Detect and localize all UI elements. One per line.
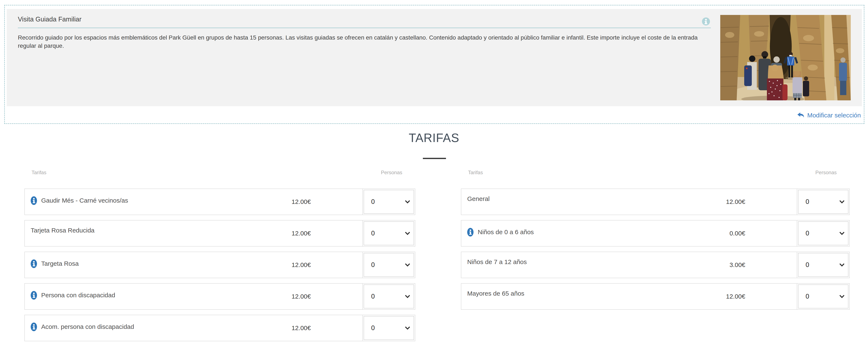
tariff-label-group: Acom. persona con discapacidad (31, 323, 134, 331)
tariff-price: 12.00€ (291, 230, 311, 237)
tariff-row: Tarjeta Rosa Reducida 12.00€ 0 (24, 220, 415, 246)
tariff-label: Niños de 7 a 12 años (467, 258, 527, 265)
persons-select[interactable]: 0 (364, 190, 414, 214)
product-title: Visita Guiada Familiar (18, 16, 82, 23)
persons-select-value: 0 (806, 198, 809, 206)
product-description: Recorrido guiado por los espacios más em… (18, 33, 711, 50)
persons-cell: 0 (362, 252, 415, 278)
persons-select-value: 0 (806, 261, 809, 269)
tariff-row: Mayores de 65 años 12.00€ 0 (461, 283, 850, 310)
persons-cell: 0 (362, 221, 415, 246)
persons-select[interactable]: 0 (798, 221, 848, 245)
modify-selection-label: Modificar selección (807, 112, 861, 119)
tariff-cell: Mayores de 65 años 12.00€ (461, 284, 797, 309)
column-header-tarifas: Tarifas (32, 170, 46, 175)
chevron-down-icon (839, 263, 845, 267)
tariff-label: Tarjeta Rosa Reducida (31, 227, 95, 234)
tariff-cell: Acom. persona con discapacidad 12.00€ (25, 315, 362, 341)
chevron-down-icon (839, 231, 845, 235)
info-icon[interactable] (31, 323, 37, 331)
column-header-tarifas: Tarifas (468, 170, 483, 175)
modify-selection-link[interactable]: Modificar selección (797, 112, 861, 119)
tariff-price: 0.00€ (730, 230, 745, 237)
tariff-price: 12.00€ (291, 324, 311, 331)
info-icon[interactable] (702, 17, 710, 26)
column-header-personas: Personas (381, 170, 402, 175)
tariff-label-group: Persona con discapacidad (31, 291, 115, 299)
title-divider (18, 28, 711, 28)
tariff-label-group: Gaudir Més - Carné vecinos/as (31, 196, 128, 205)
column-header-personas: Personas (815, 170, 837, 175)
table-header: Tarifas Personas (461, 170, 850, 175)
tariff-cell: Gaudir Més - Carné vecinos/as 12.00€ (25, 189, 362, 214)
table-header: Tarifas Personas (24, 170, 415, 175)
info-icon[interactable] (31, 291, 37, 299)
tariff-row: Niños de 0 a 6 años 0.00€ 0 (461, 220, 850, 246)
chevron-down-icon (405, 295, 410, 298)
tariff-price: 12.00€ (291, 293, 311, 300)
persons-select[interactable]: 0 (364, 221, 414, 245)
persons-cell: 0 (797, 284, 849, 309)
tarifas-heading: TARIFAS (0, 131, 868, 145)
chevron-down-icon (839, 295, 845, 298)
tariff-cell: Targeta Rosa 12.00€ (25, 252, 362, 278)
chevron-down-icon (839, 200, 845, 204)
tariff-label: General (467, 195, 490, 202)
chevron-down-icon (405, 200, 410, 204)
tariff-row: Niños de 7 a 12 años 3.00€ 0 (461, 252, 850, 278)
tariff-label-group: Targeta Rosa (31, 259, 79, 268)
persons-select[interactable]: 0 (364, 285, 414, 309)
tariff-label: Targeta Rosa (41, 260, 79, 267)
persons-select-value: 0 (371, 198, 375, 206)
tariff-price: 12.00€ (726, 198, 745, 205)
tariff-label: Mayores de 65 años (467, 290, 524, 297)
tariff-rows: Gaudir Més - Carné vecinos/as 12.00€ 0 T… (24, 188, 415, 341)
persons-select[interactable]: 0 (364, 316, 414, 340)
tariff-label-group: Niños de 7 a 12 años (467, 258, 527, 265)
booking-page: Visita Guiada Familiar Recorrido guiado … (0, 0, 868, 348)
persons-select[interactable]: 0 (798, 253, 848, 277)
persons-select-value: 0 (371, 230, 375, 237)
tariff-cell: Niños de 0 a 6 años 0.00€ (461, 221, 797, 246)
tariff-table-right: Tarifas Personas General 12.00€ 0 (461, 170, 850, 346)
chevron-down-icon (405, 231, 410, 235)
info-icon[interactable] (31, 196, 37, 205)
persons-select[interactable]: 0 (364, 253, 414, 277)
persons-select-value: 0 (806, 293, 809, 300)
tariff-rows: General 12.00€ 0 (461, 188, 850, 310)
persons-cell: 0 (362, 189, 415, 214)
persons-select[interactable]: 0 (798, 190, 848, 214)
tariff-price: 12.00€ (291, 198, 311, 205)
chevron-down-icon (405, 263, 410, 267)
right-figure (839, 57, 847, 95)
tariff-label-group: Tarjeta Rosa Reducida (31, 227, 95, 234)
persons-cell: 0 (797, 189, 849, 214)
tariff-label: Acom. persona con discapacidad (41, 323, 134, 330)
tariff-cell: Persona con discapacidad 12.00€ (25, 284, 362, 309)
tariff-cell: Niños de 7 a 12 años 3.00€ (461, 252, 797, 278)
tariff-tables: Tarifas Personas Gaudir Més - Carné veci… (24, 170, 850, 346)
tour-photo (720, 15, 851, 100)
info-icon[interactable] (467, 228, 473, 236)
tarifas-heading-divider (423, 158, 446, 159)
info-icon[interactable] (31, 259, 37, 268)
product-panel: Visita Guiada Familiar Recorrido guiado … (7, 9, 862, 106)
tariff-price: 3.00€ (730, 261, 745, 268)
persons-cell: 0 (362, 284, 415, 309)
tariff-row: General 12.00€ 0 (461, 188, 850, 215)
tariff-cell: Tarjeta Rosa Reducida 12.00€ (25, 221, 362, 246)
chevron-down-icon (405, 326, 410, 330)
tariff-row: Gaudir Més - Carné vecinos/as 12.00€ 0 (24, 188, 415, 215)
tariff-row: Persona con discapacidad 12.00€ 0 (24, 283, 415, 310)
tariff-label-group: Niños de 0 a 6 años (467, 228, 534, 236)
persons-select-value: 0 (371, 293, 375, 300)
tariff-price: 12.00€ (726, 293, 745, 300)
persons-select[interactable]: 0 (798, 285, 848, 309)
tariff-label: Persona con discapacidad (41, 292, 115, 299)
tariff-cell: General 12.00€ (461, 189, 797, 214)
persons-select-value: 0 (371, 261, 375, 269)
persons-select-value: 0 (371, 324, 375, 332)
tariff-price: 12.00€ (291, 261, 311, 268)
product-summary-box: Visita Guiada Familiar Recorrido guiado … (4, 5, 864, 124)
persons-cell: 0 (362, 315, 415, 341)
